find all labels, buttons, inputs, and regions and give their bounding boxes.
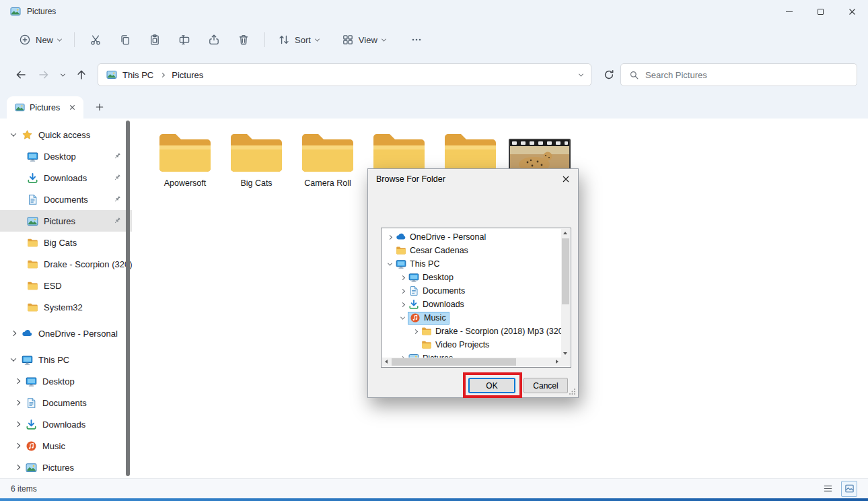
chevron-expanded-icon[interactable] bbox=[385, 259, 395, 269]
sidebar-item-system32[interactable]: System32 bbox=[0, 296, 132, 318]
new-button[interactable]: New bbox=[12, 28, 68, 51]
sidebar-label: Downloads bbox=[44, 173, 87, 183]
chevron-collapsed-icon[interactable] bbox=[12, 419, 23, 430]
search-input[interactable] bbox=[645, 70, 848, 80]
sidebar-item-pc-desktop[interactable]: Desktop bbox=[0, 370, 132, 392]
sidebar-item-pc-documents[interactable]: Documents bbox=[0, 392, 132, 413]
breadcrumb-this-pc[interactable]: This PC bbox=[122, 70, 153, 80]
view-button[interactable]: View bbox=[335, 28, 392, 51]
sidebar-item-pc-music[interactable]: Music bbox=[0, 435, 132, 457]
delete-button[interactable] bbox=[229, 28, 258, 51]
copy-button[interactable] bbox=[110, 28, 140, 51]
scroll-right-arrow-icon[interactable] bbox=[556, 360, 558, 364]
chevron-collapsed-icon[interactable] bbox=[8, 328, 19, 339]
chevron-collapsed-icon[interactable] bbox=[12, 376, 23, 387]
chevron-collapsed-icon[interactable] bbox=[398, 286, 408, 296]
tree-item-documents[interactable]: Documents bbox=[384, 284, 561, 298]
sidebar-item-quick-access[interactable]: Quick access bbox=[0, 124, 132, 145]
horizontal-scroll-thumb[interactable] bbox=[392, 358, 516, 366]
breadcrumb-pictures[interactable]: Pictures bbox=[172, 70, 203, 80]
chevron-expanded-icon[interactable] bbox=[8, 354, 19, 365]
chevron-collapsed-icon[interactable] bbox=[385, 232, 395, 242]
tree-vertical-scrollbar[interactable] bbox=[561, 229, 570, 358]
more-options-button[interactable] bbox=[402, 28, 431, 51]
tree-item-music[interactable]: Music bbox=[384, 311, 561, 325]
folder-tile-camera-roll[interactable]: Camera Roll bbox=[292, 129, 363, 188]
sidebar-item-big-cats[interactable]: Big Cats bbox=[0, 232, 132, 253]
sidebar-label: ESD bbox=[44, 281, 62, 291]
chevron-expanded-icon[interactable] bbox=[8, 129, 19, 140]
thumbnail-view-button[interactable] bbox=[841, 481, 857, 497]
resize-grip-icon[interactable] bbox=[569, 388, 576, 395]
up-button[interactable] bbox=[70, 63, 93, 86]
folder-tile-big-cats[interactable]: Big Cats bbox=[221, 129, 292, 188]
cut-button[interactable] bbox=[81, 28, 110, 51]
sidebar-item-pictures[interactable]: Pictures bbox=[0, 210, 132, 232]
sidebar-label: Documents bbox=[42, 398, 87, 408]
cancel-button[interactable]: Cancel bbox=[523, 378, 568, 393]
address-bar[interactable]: This PC Pictures bbox=[98, 63, 591, 86]
sidebar-scrollbar[interactable] bbox=[126, 121, 130, 476]
sidebar-label: Desktop bbox=[42, 376, 75, 387]
chevron-spacer bbox=[410, 340, 421, 350]
chevron-collapsed-icon[interactable] bbox=[12, 440, 23, 451]
sidebar-item-pc-downloads[interactable]: Downloads bbox=[0, 413, 132, 435]
folder-icon bbox=[27, 280, 38, 292]
rename-button[interactable] bbox=[170, 28, 199, 51]
scroll-left-arrow-icon[interactable] bbox=[385, 360, 388, 364]
window-title: Pictures bbox=[27, 7, 56, 16]
chevron-collapsed-icon[interactable] bbox=[12, 397, 23, 408]
sidebar-item-pc-pictures[interactable]: Pictures bbox=[0, 457, 132, 478]
sort-button[interactable]: Sort bbox=[271, 28, 326, 51]
refresh-button[interactable] bbox=[598, 63, 620, 86]
forward-button[interactable] bbox=[32, 63, 55, 86]
minimize-button[interactable] bbox=[773, 0, 805, 23]
maximize-icon bbox=[818, 9, 824, 15]
star-icon bbox=[22, 129, 33, 141]
scroll-down-arrow-icon[interactable] bbox=[563, 352, 567, 355]
details-view-button[interactable] bbox=[820, 481, 836, 497]
new-tab-button[interactable] bbox=[89, 97, 110, 117]
share-icon bbox=[208, 34, 220, 46]
tab-close-button[interactable] bbox=[66, 102, 78, 114]
chevron-collapsed-icon[interactable] bbox=[398, 300, 408, 310]
tree-horizontal-scrollbar[interactable] bbox=[382, 358, 561, 366]
tree-item-this-pc[interactable]: This PC bbox=[384, 257, 561, 271]
address-dropdown-icon[interactable] bbox=[579, 71, 583, 76]
view-button-label: View bbox=[359, 35, 377, 45]
tree-item-desktop[interactable]: Desktop bbox=[384, 271, 561, 284]
tree-item-video-projects[interactable]: Video Projects bbox=[384, 338, 561, 352]
sidebar-item-downloads[interactable]: Downloads bbox=[0, 167, 132, 189]
tree-item-label: This PC bbox=[410, 259, 439, 269]
sidebar-item-this-pc[interactable]: This PC bbox=[0, 349, 132, 370]
share-button[interactable] bbox=[199, 28, 229, 51]
chevron-collapsed-icon[interactable] bbox=[12, 462, 23, 473]
recent-locations-button[interactable] bbox=[55, 63, 70, 86]
dialog-close-button[interactable] bbox=[554, 169, 578, 189]
sidebar-item-documents[interactable]: Documents bbox=[0, 189, 132, 210]
tree-item-onedrive[interactable]: OneDrive - Personal bbox=[384, 230, 561, 244]
close-icon bbox=[848, 8, 856, 15]
paste-button[interactable] bbox=[140, 28, 170, 51]
chevron-collapsed-icon[interactable] bbox=[410, 327, 421, 337]
tree-item-downloads[interactable]: Downloads bbox=[384, 298, 561, 311]
sidebar-item-desktop[interactable]: Desktop bbox=[0, 145, 132, 167]
tab-pictures[interactable]: Pictures bbox=[7, 96, 83, 119]
back-button[interactable] bbox=[9, 63, 32, 86]
tree-item-cesar-cadenas[interactable]: Cesar Cadenas bbox=[384, 244, 561, 257]
tree-item-drake-scorpion[interactable]: Drake - Scorpion (2018) Mp3 (320kbp bbox=[384, 325, 561, 338]
chevron-expanded-icon[interactable] bbox=[398, 313, 408, 323]
chevron-collapsed-icon[interactable] bbox=[398, 273, 408, 283]
sidebar-label: Music bbox=[42, 441, 65, 451]
close-button[interactable] bbox=[836, 0, 868, 23]
maximize-button[interactable] bbox=[805, 0, 836, 23]
onedrive-icon bbox=[396, 232, 406, 242]
sidebar-item-onedrive[interactable]: OneDrive - Personal bbox=[0, 323, 132, 344]
sidebar-item-drake-scorpion[interactable]: Drake - Scorpion (320) bbox=[0, 253, 132, 275]
tree-item-pictures[interactable]: Pictures bbox=[384, 352, 561, 358]
vertical-scroll-thumb[interactable] bbox=[562, 238, 569, 304]
folder-tile-apowersoft[interactable]: Apowersoft bbox=[149, 129, 221, 188]
search-box[interactable] bbox=[620, 63, 857, 86]
scroll-up-arrow-icon[interactable] bbox=[563, 232, 567, 234]
sidebar-item-esd[interactable]: ESD bbox=[0, 275, 132, 296]
